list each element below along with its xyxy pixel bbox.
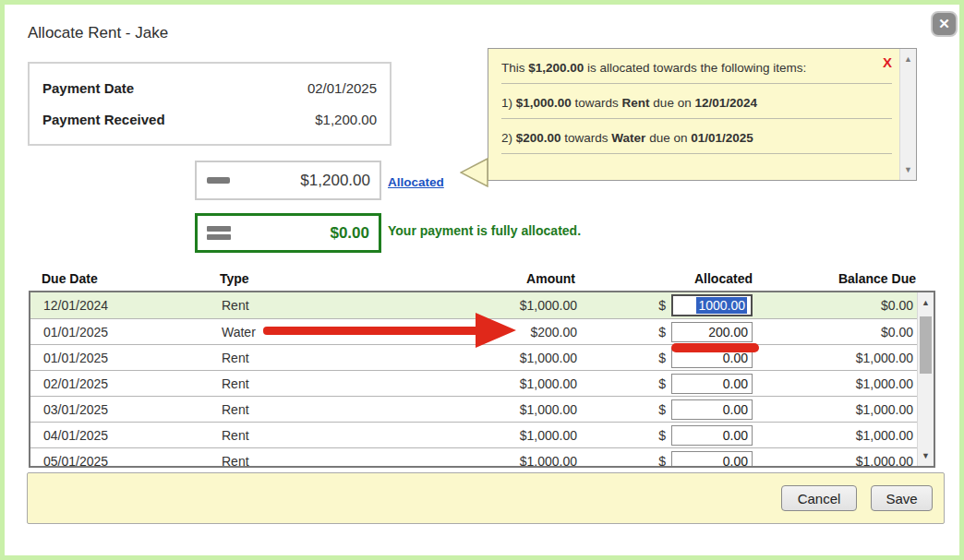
cell-allocated: $ <box>582 451 762 467</box>
allocated-input[interactable] <box>671 399 753 420</box>
cell-due-date: 03/01/2025 <box>30 402 222 417</box>
footer-bar: Cancel Save <box>27 472 945 524</box>
note-item-text: due on <box>645 131 691 145</box>
allocated-input[interactable] <box>671 451 753 467</box>
note-item-type: Rent <box>622 96 650 110</box>
currency-symbol: $ <box>658 376 666 391</box>
cell-type: Rent <box>222 454 508 467</box>
close-icon: ✕ <box>938 16 950 32</box>
table-scrollbar[interactable]: ▲ ▼ <box>917 292 934 466</box>
cell-type: Rent <box>222 351 508 365</box>
payment-received-label: Payment Received <box>42 112 165 127</box>
cell-balance-due: $0.00 <box>762 325 917 340</box>
header-amount: Amount <box>506 271 580 286</box>
header-type: Type <box>220 271 506 286</box>
remaining-amount-value: $0.00 <box>231 224 379 243</box>
header-balance-due: Balance Due <box>760 271 919 286</box>
scroll-up-icon[interactable]: ▲ <box>918 298 934 307</box>
payment-date-value: 02/01/2025 <box>307 80 377 96</box>
note-item-number: 2) <box>501 131 516 145</box>
cell-amount: $1,000.00 <box>508 402 582 417</box>
dialog-close-button[interactable]: ✕ <box>931 11 958 37</box>
scroll-down-icon[interactable]: ▼ <box>918 451 934 460</box>
note-intro-post: is allocated towards the following items… <box>584 61 806 75</box>
allocated-amount-value: $1,200.00 <box>230 172 380 190</box>
cell-due-date: 04/01/2025 <box>30 428 222 443</box>
note-item-amount: $200.00 <box>516 131 561 145</box>
cell-due-date: 05/01/2025 <box>30 454 222 467</box>
cell-balance-due: $1,000.00 <box>762 428 917 443</box>
fully-allocated-message: Your payment is fully allocated. <box>388 223 581 238</box>
scroll-up-icon[interactable]: ▲ <box>900 54 916 64</box>
cell-type: Rent <box>222 298 508 313</box>
note-item-date: 12/01/2024 <box>694 96 757 110</box>
payment-received-row: Payment Received $1,200.00 <box>30 112 390 127</box>
cell-amount: $1,000.00 <box>508 428 582 443</box>
cell-amount: $1,000.00 <box>508 454 582 467</box>
payment-date-row: Payment Date 02/01/2025 <box>30 80 390 96</box>
selected-input-text: 1000.00 <box>696 297 747 314</box>
cell-due-date: 01/01/2025 <box>30 325 222 340</box>
payment-received-value: $1,200.00 <box>315 112 377 127</box>
table-row[interactable]: 05/01/2025 Rent $1,000.00 $ $1,000.00 <box>30 447 917 466</box>
note-close-button[interactable]: X <box>883 54 892 70</box>
cell-allocated: $ <box>582 374 762 394</box>
table-row[interactable]: 03/01/2025 Rent $1,000.00 $ $1,000.00 <box>30 396 917 422</box>
cell-allocated: $ <box>582 322 762 342</box>
payment-summary-box: Payment Date 02/01/2025 Payment Received… <box>28 62 392 146</box>
note-callout-pointer-icon <box>460 158 488 187</box>
cell-due-date: 12/01/2024 <box>30 298 222 313</box>
note-item-date: 01/01/2025 <box>691 131 753 145</box>
cancel-button[interactable]: Cancel <box>781 485 857 511</box>
note-item-number: 1) <box>501 96 516 110</box>
cell-due-date: 02/01/2025 <box>30 376 222 391</box>
allocated-input[interactable]: 1000.00 <box>671 294 753 316</box>
currency-symbol: $ <box>658 428 666 443</box>
footer-buttons: Cancel Save <box>781 485 933 511</box>
cell-amount: $1,000.00 <box>508 376 582 391</box>
cell-amount: $200.00 <box>508 325 582 340</box>
cell-type: Rent <box>222 402 508 417</box>
scroll-down-icon[interactable]: ▼ <box>900 165 916 174</box>
note-item-text: towards <box>561 131 612 145</box>
red-underline-annotation <box>671 343 759 352</box>
note-intro-amount: $1,200.00 <box>528 61 584 75</box>
cell-balance-due: $1,000.00 <box>762 376 917 391</box>
cell-balance-due: $1,000.00 <box>762 454 917 467</box>
currency-symbol: $ <box>658 298 666 313</box>
allocation-note-box: X This $1,200.00 is allocated towards th… <box>488 48 917 181</box>
table-row[interactable]: 04/01/2025 Rent $1,000.00 $ $1,000.00 <box>30 422 917 447</box>
note-content: This $1,200.00 is allocated towards the … <box>488 49 899 180</box>
note-item-2: 2) $200.00 towards Water due on 01/01/20… <box>501 119 892 154</box>
cell-type: Rent <box>222 376 508 391</box>
allocated-input[interactable] <box>671 425 753 446</box>
scrollbar-thumb[interactable] <box>920 316 932 374</box>
equals-icon <box>207 226 231 240</box>
note-intro-pre: This <box>501 61 528 75</box>
minus-icon <box>207 177 230 184</box>
allocated-amount-box: $1,200.00 <box>195 161 381 200</box>
note-intro-line: This $1,200.00 is allocated towards the … <box>501 49 892 84</box>
table-row[interactable]: 12/01/2024 Rent $1,000.00 $ 1000.00 $0.0… <box>30 292 917 318</box>
currency-symbol: $ <box>658 454 666 467</box>
note-scrollbar[interactable]: ▲ ▼ <box>899 49 916 180</box>
remaining-amount-box: $0.00 <box>195 213 381 253</box>
header-due-date: Due Date <box>29 271 220 286</box>
allocated-input[interactable] <box>671 374 753 394</box>
cell-allocated: $ 1000.00 <box>582 294 762 316</box>
cell-balance-due: $1,000.00 <box>762 402 917 417</box>
dialog-title: Allocate Rent - Jake <box>28 24 168 42</box>
table-header: Due Date Type Amount Allocated Balance D… <box>29 268 919 289</box>
header-allocated: Allocated <box>580 271 760 286</box>
note-item-text: due on <box>650 96 695 110</box>
save-button[interactable]: Save <box>871 485 933 511</box>
payment-date-label: Payment Date <box>42 80 134 96</box>
allocated-link[interactable]: Allocated <box>388 175 444 189</box>
cell-amount: $1,000.00 <box>508 298 582 313</box>
red-arrow-head-icon <box>476 313 516 348</box>
table-row[interactable]: 01/01/2025 Rent $1,000.00 $ $1,000.00 <box>30 344 917 370</box>
allocated-input[interactable] <box>671 322 753 342</box>
table-row[interactable]: 02/01/2025 Rent $1,000.00 $ $1,000.00 <box>30 370 917 396</box>
table-rows-area: 12/01/2024 Rent $1,000.00 $ 1000.00 $0.0… <box>30 292 917 466</box>
cell-allocated: $ <box>582 399 762 420</box>
